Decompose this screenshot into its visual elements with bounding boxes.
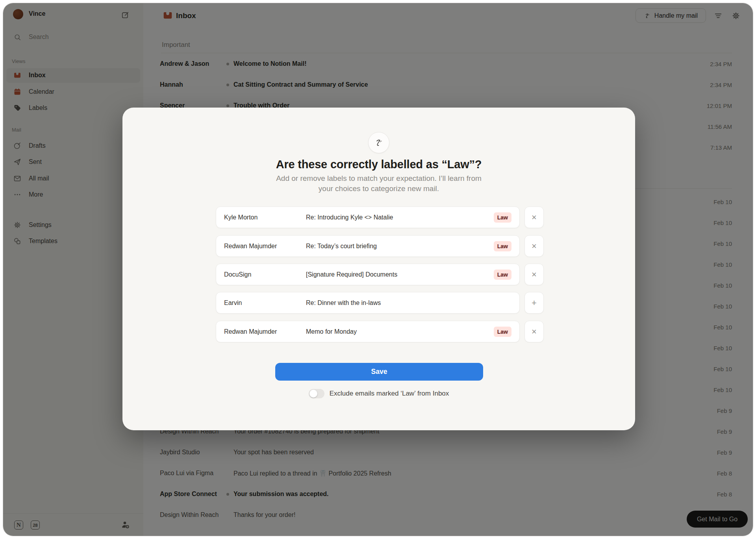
dialog-subtitle: Add or remove labels to match your expec… (122, 173, 635, 194)
app-window: Vince Search Views Inbox (3, 3, 753, 536)
email-subject: Re: Dinner with the in-laws (306, 292, 381, 313)
label-badge: Law (494, 241, 511, 251)
labelled-email-row[interactable]: Kyle Morton Re: Introducing Kyle <> Nata… (216, 206, 520, 228)
labelled-email-row[interactable]: Redwan Majumder Re: Today’s court briefi… (216, 235, 520, 257)
exclude-toggle[interactable] (309, 389, 324, 398)
label-badge: Law (494, 212, 511, 223)
email-subject: Re: Introducing Kyle <> Natalie (306, 207, 393, 228)
remove-label-button[interactable]: × (524, 264, 544, 285)
email-sender: Redwan Majumder (224, 236, 277, 256)
email-sender: Earvin (224, 292, 242, 313)
exclude-toggle-label: Exclude emails marked ‘Law’ from Inbox (330, 390, 449, 398)
email-subject: Re: Today’s court briefing (306, 236, 377, 256)
email-sender: Redwan Majumder (224, 321, 277, 342)
ai-squiggle-icon (368, 132, 389, 153)
dialog-title: Are these correctly labelled as “Law”? (122, 158, 635, 171)
toggle-knob (309, 390, 317, 398)
email-subject: Memo for Monday (306, 321, 357, 342)
email-sender: Kyle Morton (224, 207, 258, 228)
remove-label-button[interactable]: × (524, 206, 544, 228)
label-review-dialog: Are these correctly labelled as “Law”? A… (122, 108, 635, 430)
email-subject: [Signature Required] Documents (306, 264, 397, 285)
exclude-toggle-row: Exclude emails marked ‘Law’ from Inbox (122, 387, 635, 400)
labelled-email-row[interactable]: Earvin Re: Dinner with the in-laws (216, 292, 520, 314)
labelled-email-row[interactable]: DocuSign [Signature Required] Documents … (216, 264, 520, 285)
remove-label-button[interactable]: × (524, 235, 544, 257)
email-sender: DocuSign (224, 264, 251, 285)
save-button[interactable]: Save (275, 363, 483, 381)
remove-label-button[interactable]: × (524, 321, 544, 342)
label-badge: Law (494, 270, 511, 280)
label-badge: Law (494, 327, 511, 337)
labelled-email-row[interactable]: Redwan Majumder Memo for Monday Law (216, 321, 520, 342)
add-label-button[interactable]: + (524, 292, 544, 314)
